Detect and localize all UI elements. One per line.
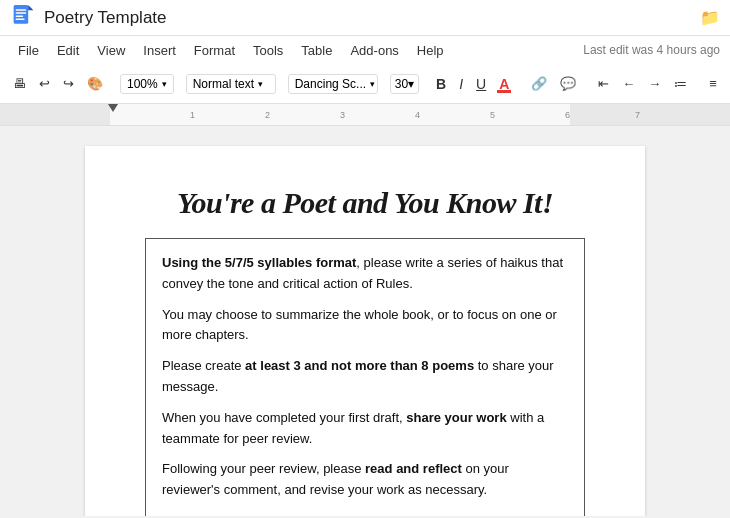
svg-rect-14	[16, 18, 25, 20]
menu-format[interactable]: Format	[186, 41, 243, 60]
last-edit-info: Last edit was 4 hours ago	[583, 43, 720, 57]
bold-1: Using the 5/7/5 syllables format	[162, 255, 356, 270]
font-color-button[interactable]: A	[494, 73, 514, 95]
instruction-p2: You may choose to summarize the whole bo…	[162, 305, 568, 347]
bold-5: read and reflect	[365, 461, 462, 476]
bold-3: at least 3 and not more than 8 poems	[245, 358, 474, 373]
italic-button[interactable]: I	[454, 73, 468, 95]
bold-6a: submit it via Classroom	[374, 513, 521, 516]
underline-button[interactable]: U	[471, 73, 491, 95]
print-button[interactable]: 🖶	[8, 73, 31, 94]
toolbar: 🖶 ↩ ↪ 🎨 100% ▾ Normal text ▾ Dancing Sc.…	[0, 64, 730, 104]
font-dropdown[interactable]: Dancing Sc... ▾	[288, 74, 378, 94]
document-page[interactable]: You're a Poet and You Know It! Using the…	[85, 146, 645, 516]
instruction-p5: Following your peer review, please read …	[162, 459, 568, 501]
menu-view[interactable]: View	[89, 41, 133, 60]
instruction-p6: When your work is complete, please submi…	[162, 511, 568, 516]
svg-rect-13	[16, 15, 23, 17]
menu-bar: File Edit View Insert Format Tools Table…	[0, 36, 730, 64]
folder-button[interactable]: 📁	[700, 8, 720, 27]
docs-logo-icon	[10, 5, 36, 31]
menu-insert[interactable]: Insert	[135, 41, 184, 60]
title-bar-row: Poetry Template 📁	[0, 0, 730, 36]
svg-rect-10	[14, 5, 29, 24]
style-dropdown[interactable]: Normal text ▾	[186, 74, 276, 94]
undo-button[interactable]: ↩	[34, 73, 55, 94]
menu-edit[interactable]: Edit	[49, 41, 87, 60]
svg-rect-12	[16, 12, 26, 14]
ruler: 1 2 3 4 5 6 7	[0, 104, 730, 126]
menu-file[interactable]: File	[10, 41, 47, 60]
align-right-button[interactable]: →	[643, 73, 666, 94]
menu-table[interactable]: Table	[293, 41, 340, 60]
zoom-value: 100%	[127, 77, 158, 91]
align-left-button[interactable]: ⇤	[593, 73, 614, 94]
menu-addons[interactable]: Add-ons	[342, 41, 406, 60]
comment-button[interactable]: 💬	[555, 73, 581, 94]
menu-help[interactable]: Help	[409, 41, 452, 60]
justify-button[interactable]: ≔	[669, 73, 692, 94]
style-value: Normal text	[193, 77, 254, 91]
link-button[interactable]: 🔗	[526, 73, 552, 94]
font-size-caret: ▾	[408, 77, 414, 91]
zoom-dropdown[interactable]: 100% ▾	[120, 74, 174, 94]
align-center-button[interactable]: ←	[617, 73, 640, 94]
document-area: You're a Poet and You Know It! Using the…	[0, 126, 730, 516]
zoom-caret: ▾	[162, 79, 167, 89]
line-spacing-button[interactable]: ≡	[704, 73, 722, 94]
font-caret: ▾	[370, 79, 375, 89]
instruction-box: Using the 5/7/5 syllables format, please…	[145, 238, 585, 516]
instruction-p1: Using the 5/7/5 syllables format, please…	[162, 253, 568, 295]
instruction-p4: When you have completed your first draft…	[162, 408, 568, 450]
font-value: Dancing Sc...	[295, 77, 366, 91]
svg-rect-11	[16, 9, 26, 11]
poem-title: You're a Poet and You Know It!	[145, 186, 585, 220]
instruction-p3: Please create at least 3 and not more th…	[162, 356, 568, 398]
redo-button[interactable]: ↪	[58, 73, 79, 94]
style-caret: ▾	[258, 79, 263, 89]
font-size-dropdown[interactable]: 30 ▾	[390, 74, 419, 94]
document-title[interactable]: Poetry Template	[44, 8, 700, 28]
menu-tools[interactable]: Tools	[245, 41, 291, 60]
format-paint-button[interactable]: 🎨	[82, 73, 108, 94]
bold-4: share your work	[406, 410, 506, 425]
bold-button[interactable]: B	[431, 73, 451, 95]
font-size-value: 30	[395, 77, 408, 91]
svg-marker-15	[28, 5, 33, 10]
